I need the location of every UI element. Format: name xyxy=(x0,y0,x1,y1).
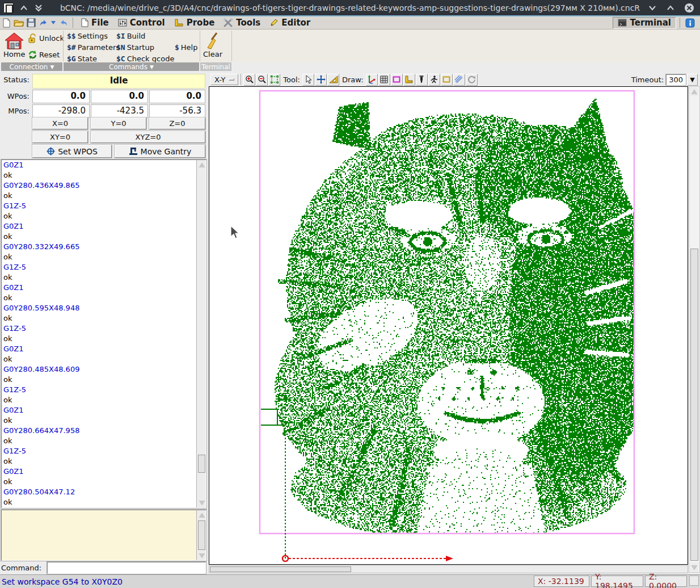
zero-x-button[interactable]: X=0 xyxy=(32,117,88,129)
save-button[interactable] xyxy=(26,17,37,28)
draw-moves-button[interactable] xyxy=(428,74,440,86)
set-wpos-button[interactable]: Set WPOS xyxy=(32,145,112,158)
tab-file[interactable]: File xyxy=(77,17,113,29)
startup-button[interactable]: $N Startup xyxy=(116,43,154,52)
reset-button[interactable]: Reset xyxy=(28,50,60,60)
tab-control[interactable]: Control xyxy=(113,17,170,29)
shade-down-icon[interactable] xyxy=(34,3,43,12)
undo-button[interactable] xyxy=(38,17,49,28)
scroll-up-arrow[interactable] xyxy=(197,161,206,169)
plot-canvas[interactable] xyxy=(209,87,688,564)
terminal-log-box[interactable]: G0Z1okG0Y280.436X49.865okG1Z-5okG0Z1okG0… xyxy=(1,159,206,508)
new-file-button[interactable] xyxy=(1,17,12,28)
log-line: ok xyxy=(2,191,196,201)
parameters-label: Parameters xyxy=(78,43,120,52)
draw-tool-button[interactable] xyxy=(416,74,428,86)
check-gcode-button[interactable]: $C Check gcode xyxy=(116,54,174,63)
bcnc-window: bCNC: /media/wine/drive_c/3D/A4/cnc/draw… xyxy=(0,0,700,588)
draw-workarea-button[interactable] xyxy=(441,74,453,86)
mpos-x: -298.0 xyxy=(32,104,90,118)
scroll-down-arrow[interactable] xyxy=(690,563,698,572)
tool-move-button[interactable] xyxy=(315,74,327,86)
tool-label: Tool: xyxy=(283,75,300,84)
log-line: G0Z1 xyxy=(2,160,196,170)
unlock-button[interactable]: Unlock xyxy=(28,33,64,43)
tab-editor[interactable]: Editor xyxy=(265,17,315,29)
log-line: G0Y280.504X47.12 xyxy=(2,487,196,497)
state-button[interactable]: $G State xyxy=(67,54,97,63)
open-file-button[interactable] xyxy=(13,17,24,28)
info-button[interactable] xyxy=(684,17,695,28)
commands-group-text: Commands xyxy=(109,63,147,71)
shade-up-icon[interactable] xyxy=(19,5,28,11)
scroll-down-arrow[interactable] xyxy=(197,498,206,507)
log-line: ok xyxy=(2,252,196,262)
parameters-prefix: $# xyxy=(67,43,76,52)
log-line: ok xyxy=(2,232,196,242)
maximize-icon[interactable] xyxy=(666,5,675,11)
plot-hscroll-thumb[interactable] xyxy=(210,566,351,572)
draw-paths-button[interactable] xyxy=(453,74,465,86)
pending-commands-box[interactable] xyxy=(1,510,206,561)
settings-label: Settings xyxy=(78,32,108,40)
zero-xyz-button[interactable]: XYZ=0 xyxy=(91,131,205,143)
minimize-icon[interactable] xyxy=(648,5,657,11)
tool-ruler-button[interactable] xyxy=(327,74,339,86)
wpos-x[interactable]: 0.0 xyxy=(32,90,90,103)
plot-vscroll-thumb[interactable] xyxy=(690,249,698,561)
log-vscrollbar[interactable] xyxy=(196,160,206,507)
zoom-out-button[interactable] xyxy=(256,74,268,86)
zero-xy-button[interactable]: XY=0 xyxy=(32,131,88,143)
log-scroll-thumb[interactable] xyxy=(198,455,205,473)
terminal-group-label[interactable]: Terminal xyxy=(200,62,231,71)
draw-ruler-button[interactable] xyxy=(403,74,415,86)
plot-frame xyxy=(209,86,688,565)
wpos-z[interactable]: 0.0 xyxy=(149,90,205,103)
view-select[interactable]: X-Y xyxy=(210,74,238,85)
resize-grip[interactable] xyxy=(689,576,699,586)
view-select-value: X-Y xyxy=(214,75,225,84)
tool-select-button[interactable] xyxy=(302,74,314,86)
home-button[interactable]: Home xyxy=(3,32,25,58)
scroll-up-arrow[interactable] xyxy=(690,87,698,96)
close-icon[interactable] xyxy=(684,3,694,13)
zoom-fit-button[interactable] xyxy=(268,74,280,86)
wpos-y[interactable]: 0.0 xyxy=(91,90,148,103)
connection-group-label[interactable]: Connection▼ xyxy=(1,62,62,71)
build-label: Build xyxy=(127,32,146,40)
tab-probe[interactable]: Probe xyxy=(170,17,220,29)
log-line: G1Z-5 xyxy=(2,446,196,456)
command-input[interactable] xyxy=(47,562,206,574)
zero-z-button[interactable]: Z=0 xyxy=(149,117,205,129)
zoom-in-button[interactable] xyxy=(243,74,255,86)
move-gantry-label: Move Gantry xyxy=(141,147,192,156)
timeout-value[interactable]: 300 xyxy=(666,74,686,85)
draw-axes-button[interactable] xyxy=(366,74,378,86)
log-line: G0Z1 xyxy=(2,344,196,354)
draw-camera-button[interactable] xyxy=(466,74,478,86)
pending-vscrollbar[interactable] xyxy=(196,510,206,560)
zero-y-button[interactable]: Y=0 xyxy=(91,117,146,129)
move-gantry-button[interactable]: Move Gantry xyxy=(115,145,205,158)
build-button[interactable]: $I Build xyxy=(116,32,145,40)
help-button[interactable]: $ Help xyxy=(175,43,197,52)
settings-button[interactable]: $$ Settings xyxy=(67,32,108,40)
scroll-down-arrow[interactable] xyxy=(197,551,206,560)
draw-grid-button[interactable] xyxy=(378,74,390,86)
draw-margins-button[interactable] xyxy=(391,74,403,86)
tab-terminal[interactable]: Terminal xyxy=(613,17,676,29)
log-line: G1Z-5 xyxy=(2,324,196,334)
parameters-button[interactable]: $# Parameters xyxy=(67,43,120,52)
mpos-label: MPos: xyxy=(0,107,29,115)
undo-menu-button[interactable] xyxy=(50,17,56,28)
clear-button[interactable]: Clear xyxy=(203,32,222,58)
timeout-dropdown-button[interactable]: ▼ xyxy=(687,74,698,86)
log-line: G1Z-5 xyxy=(2,262,196,272)
redo-button[interactable] xyxy=(57,17,69,28)
plot-vscrollbar[interactable] xyxy=(689,86,700,573)
pending-scroll-thumb[interactable] xyxy=(198,520,205,550)
commands-group-label[interactable]: Commands▼ xyxy=(64,62,199,71)
tab-tools[interactable]: Tools xyxy=(219,17,265,29)
coord-y: Y: 198.1495 xyxy=(591,576,643,587)
scroll-up-arrow[interactable] xyxy=(197,511,206,519)
